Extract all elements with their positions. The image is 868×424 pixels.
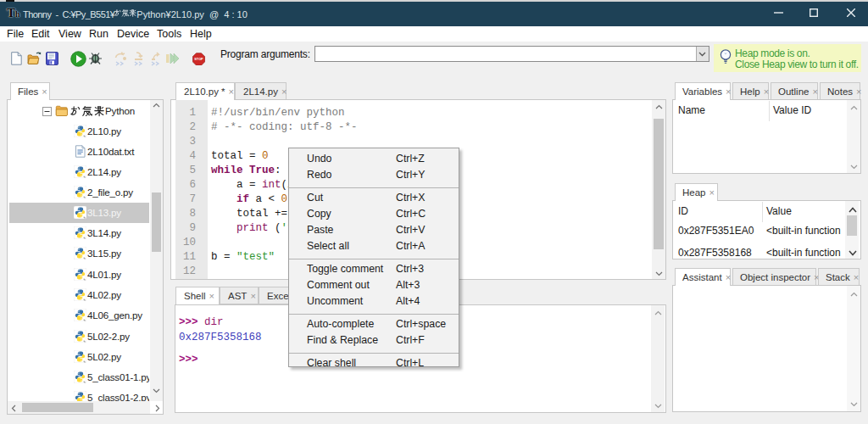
svg-text:STOP: STOP bbox=[194, 58, 203, 61]
